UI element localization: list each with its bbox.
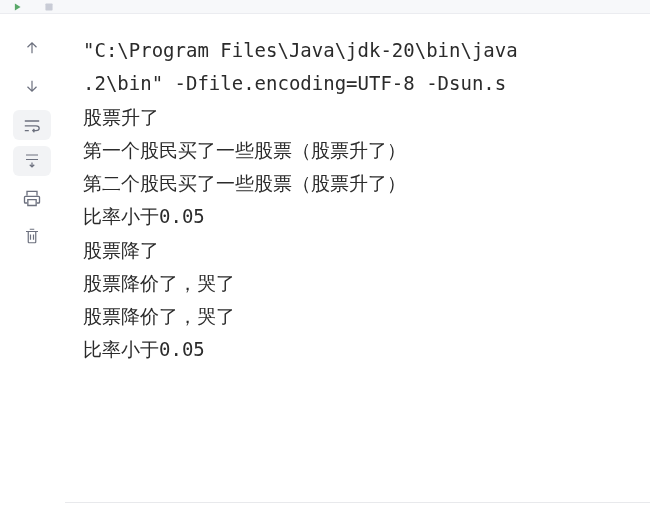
output-line: 股票降价了，哭了 — [83, 267, 650, 300]
clear-button[interactable] — [14, 220, 50, 252]
scroll-down-button[interactable] — [14, 70, 50, 102]
output-line: 股票降了 — [83, 234, 650, 267]
output-line: 股票降价了，哭了 — [83, 300, 650, 333]
main-area: "C:\Program Files\Java\jdk-20\bin\java .… — [0, 14, 650, 507]
top-toolbar — [0, 0, 650, 14]
print-button[interactable] — [14, 182, 50, 214]
command-line-1: "C:\Program Files\Java\jdk-20\bin\java — [83, 34, 650, 67]
output-line: 第一个股民买了一些股票（股票升了） — [83, 134, 650, 167]
console-output[interactable]: "C:\Program Files\Java\jdk-20\bin\java .… — [65, 14, 650, 507]
soft-wrap-button[interactable] — [13, 110, 51, 140]
command-line-2: .2\bin" -Dfile.encoding=UTF-8 -Dsun.s — [83, 67, 650, 100]
output-line: 比率小于0.05 — [83, 333, 650, 366]
output-line: 比率小于0.05 — [83, 200, 650, 233]
output-line: 第二个股民买了一些股票（股票升了） — [83, 167, 650, 200]
stop-icon[interactable] — [38, 1, 60, 13]
scroll-up-button[interactable] — [14, 32, 50, 64]
bottom-separator — [65, 502, 650, 503]
scroll-to-end-button[interactable] — [13, 146, 51, 176]
console-gutter — [0, 14, 65, 507]
svg-rect-0 — [45, 3, 52, 10]
rerun-icon[interactable] — [6, 1, 28, 13]
output-line: 股票升了 — [83, 101, 650, 134]
